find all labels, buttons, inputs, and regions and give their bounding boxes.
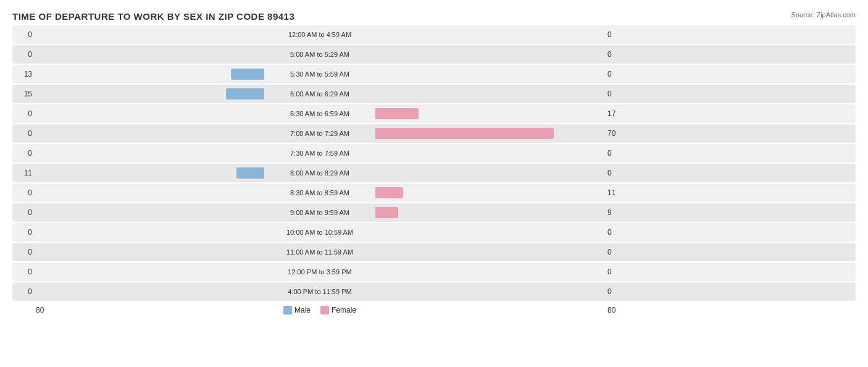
male-value: 0 bbox=[12, 248, 36, 256]
source-label: Source: ZipAtlas.com bbox=[791, 11, 856, 19]
female-bar-area bbox=[375, 247, 604, 258]
chart-row: 0 9:00 AM to 9:59 AM 9 bbox=[12, 203, 856, 222]
female-value: 0 bbox=[604, 149, 635, 158]
female-bar-area bbox=[375, 187, 604, 198]
female-value: 0 bbox=[604, 70, 635, 78]
male-bar-area bbox=[36, 108, 264, 119]
female-bar-area bbox=[375, 128, 604, 139]
time-label: 7:30 AM to 7:59 AM bbox=[264, 150, 375, 157]
female-bar-area bbox=[375, 286, 604, 297]
male-value: 13 bbox=[12, 70, 36, 78]
female-bar-area bbox=[375, 148, 604, 159]
chart-row: 0 12:00 AM to 4:59 AM 0 bbox=[12, 25, 856, 44]
time-label: 9:00 AM to 9:59 AM bbox=[264, 209, 375, 216]
female-value: 0 bbox=[604, 287, 635, 296]
male-bar-area bbox=[36, 29, 264, 40]
male-bar-area bbox=[36, 69, 264, 80]
female-bar-area bbox=[375, 69, 604, 80]
female-value: 0 bbox=[604, 268, 635, 276]
bottom-row: 80 Male Female 80 bbox=[12, 306, 856, 314]
male-bar-area bbox=[36, 148, 264, 159]
time-label: 8:30 AM to 8:59 AM bbox=[264, 189, 375, 196]
axis-right-num: 80 bbox=[604, 306, 635, 314]
female-bar-area bbox=[375, 227, 604, 238]
female-value: 0 bbox=[604, 30, 635, 39]
legend-male: Male bbox=[283, 306, 311, 314]
chart-container: TIME OF DEPARTURE TO WORK BY SEX IN ZIP … bbox=[0, 0, 868, 367]
male-value: 0 bbox=[12, 109, 36, 118]
chart-row: 0 7:00 AM to 7:29 AM 70 bbox=[12, 124, 856, 143]
chart-row: 0 6:30 AM to 6:59 AM 17 bbox=[12, 104, 856, 123]
male-bar-area bbox=[36, 128, 264, 139]
female-bar bbox=[375, 207, 398, 218]
female-value: 0 bbox=[604, 50, 635, 59]
time-label: 12:00 PM to 3:59 PM bbox=[264, 268, 375, 276]
chart-title: TIME OF DEPARTURE TO WORK BY SEX IN ZIP … bbox=[12, 11, 856, 22]
male-value: 11 bbox=[12, 169, 36, 177]
chart-row: 0 10:00 AM to 10:59 AM 0 bbox=[12, 223, 856, 242]
male-bar-area bbox=[36, 88, 264, 99]
male-value: 15 bbox=[12, 90, 36, 98]
female-value: 0 bbox=[604, 90, 635, 98]
legend-female-label: Female bbox=[332, 306, 356, 314]
male-bar-area bbox=[36, 49, 264, 60]
male-value: 0 bbox=[12, 129, 36, 138]
legend-male-label: Male bbox=[294, 306, 311, 314]
chart-row: 0 4:00 PM to 11:59 PM 0 bbox=[12, 282, 856, 301]
time-label: 5:00 AM to 5:29 AM bbox=[264, 51, 375, 58]
male-value: 0 bbox=[12, 149, 36, 158]
male-value: 0 bbox=[12, 208, 36, 217]
female-bar-area bbox=[375, 266, 604, 277]
female-value: 0 bbox=[604, 169, 635, 177]
time-label: 5:30 AM to 5:59 AM bbox=[264, 70, 375, 78]
chart-row: 15 6:00 AM to 6:29 AM 0 bbox=[12, 85, 856, 103]
time-label: 4:00 PM to 11:59 PM bbox=[264, 288, 375, 295]
male-bar-area bbox=[36, 207, 264, 218]
chart-row: 11 8:00 AM to 8:29 AM 0 bbox=[12, 164, 856, 182]
female-value: 11 bbox=[604, 188, 635, 197]
female-bar-area bbox=[375, 49, 604, 60]
time-label: 11:00 AM to 11:59 AM bbox=[264, 248, 375, 256]
female-value: 70 bbox=[604, 129, 635, 138]
male-value: 0 bbox=[12, 268, 36, 276]
legend-female: Female bbox=[320, 306, 356, 314]
male-value: 0 bbox=[12, 228, 36, 237]
chart-row: 0 12:00 PM to 3:59 PM 0 bbox=[12, 263, 856, 281]
chart-row: 0 11:00 AM to 11:59 AM 0 bbox=[12, 243, 856, 261]
male-bar-area bbox=[36, 286, 264, 297]
female-bar-area bbox=[375, 29, 604, 40]
male-bar-area bbox=[36, 247, 264, 258]
female-value: 17 bbox=[604, 109, 635, 118]
male-bar-area bbox=[36, 167, 264, 179]
chart-row: 13 5:30 AM to 5:59 AM 0 bbox=[12, 65, 856, 83]
male-bar-area bbox=[36, 187, 264, 198]
legend-female-box bbox=[320, 306, 329, 314]
male-value: 0 bbox=[12, 50, 36, 59]
male-value: 0 bbox=[12, 188, 36, 197]
chart-row: 0 5:00 AM to 5:29 AM 0 bbox=[12, 45, 856, 64]
male-bar bbox=[226, 88, 264, 99]
axis-left-value: 80 bbox=[36, 306, 264, 314]
female-bar-area bbox=[375, 108, 604, 119]
female-bar-area bbox=[375, 88, 604, 99]
time-label: 12:00 AM to 4:59 AM bbox=[264, 31, 375, 38]
male-bar-area bbox=[36, 227, 264, 238]
time-label: 6:00 AM to 6:29 AM bbox=[264, 90, 375, 98]
female-value: 0 bbox=[604, 248, 635, 256]
female-bar bbox=[375, 128, 554, 139]
female-bar bbox=[375, 187, 403, 198]
time-label: 10:00 AM to 10:59 AM bbox=[264, 229, 375, 236]
chart-row: 0 8:30 AM to 8:59 AM 11 bbox=[12, 184, 856, 202]
chart-area: 0 12:00 AM to 4:59 AM 0 0 5:00 AM to 5:2… bbox=[12, 25, 856, 301]
time-label: 7:00 AM to 7:29 AM bbox=[264, 130, 375, 137]
male-bar-area bbox=[36, 266, 264, 277]
male-value: 0 bbox=[12, 30, 36, 39]
female-value: 9 bbox=[604, 208, 635, 217]
legend-male-box bbox=[283, 306, 292, 314]
time-label: 8:00 AM to 8:29 AM bbox=[264, 169, 375, 177]
male-bar bbox=[236, 167, 264, 179]
chart-row: 0 7:30 AM to 7:59 AM 0 bbox=[12, 144, 856, 162]
male-bar bbox=[231, 69, 264, 80]
male-value: 0 bbox=[12, 287, 36, 296]
legend-area: Male Female bbox=[264, 306, 375, 314]
